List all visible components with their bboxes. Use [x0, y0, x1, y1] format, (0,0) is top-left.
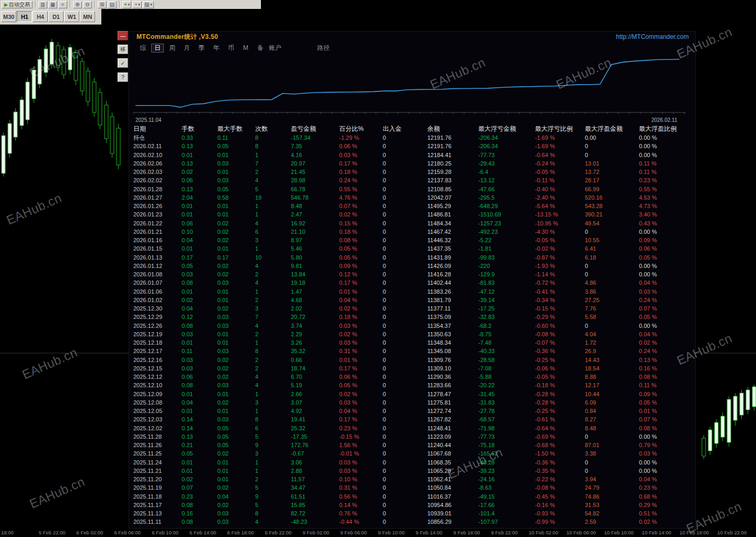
table-row[interactable]: 2025.12.150.030.02218.740.17 %011309.10-… [129, 364, 695, 373]
table-row[interactable]: 2025.12.170.110.03835.320.31 %011345.08-… [129, 347, 695, 355]
table-row[interactable]: 2026.01.020.020.0124.680.04 %011381.79-3… [129, 296, 695, 304]
table-row[interactable]: 2026.01.150.010.0115.460.05 %011437.35-1… [129, 244, 695, 253]
table-row[interactable]: 2026.01.060.010.0111.470.01 %011383.26-4… [129, 287, 695, 296]
tab-综[interactable]: 综 [136, 44, 149, 53]
table-row[interactable]: 2026.01.280.130.05566.780.55 %012108.85-… [129, 185, 695, 193]
tf-button-mn[interactable]: MN [80, 11, 95, 22]
help-button[interactable]: ? [118, 73, 128, 82]
tab-备[interactable]: 备 [254, 44, 267, 53]
tf-button-h4[interactable]: H4 [33, 11, 48, 22]
tf-button-h1[interactable]: H1 [17, 11, 32, 22]
table-row[interactable]: 2026.01.220.060.02416.920.15 %011484.34-… [129, 219, 695, 228]
grid-icon[interactable]: ▤ [108, 1, 117, 8]
table-row[interactable]: 2025.12.160.030.0220.660.01 %011309.76-2… [129, 356, 695, 364]
tab-年[interactable]: 年 [210, 44, 223, 53]
template-icon[interactable]: ▨▾ [143, 1, 154, 8]
table-cell: 0.08 % [639, 374, 696, 380]
table-row[interactable]: 2026.01.260.010.0118.480.07 %011495.29-6… [129, 202, 695, 210]
table-cell: 2.02 [291, 305, 339, 312]
table-row[interactable]: 2025.12.190.030.0122.290.02 %011350.63-8… [129, 330, 695, 338]
tab-M[interactable]: M [239, 44, 252, 53]
table-cell: 11437.35 [427, 245, 478, 252]
table-cell: 4.04 [585, 331, 639, 337]
table-row[interactable]: 2025.12.260.080.0343.740.03 %011354.37-6… [129, 322, 695, 330]
table-cell: -1.69 % [535, 143, 585, 149]
table-row[interactable]: 2025.11.190.070.02534.470.31 %011050.84-… [129, 483, 695, 492]
table-row[interactable]: 2025.12.100.080.0345.190.05 %011283.66-2… [129, 381, 695, 389]
table-row[interactable]: 2025.12.120.060.0246.700.06 %011290.36-5… [129, 373, 695, 381]
table-cell: 0.17 % [339, 416, 383, 422]
tab-日[interactable]: 日 [151, 44, 164, 53]
minimize-button[interactable]: — [118, 31, 128, 40]
table-cell: 6.70 [291, 374, 339, 380]
periods-icon[interactable]: ◔▾ [132, 1, 142, 8]
tab-季[interactable]: 季 [195, 44, 208, 53]
table-row[interactable]: 2025.12.030.140.03819.410.17 %011267.82-… [129, 415, 695, 424]
table-row[interactable]: 2026.01.130.170.17105.800.05 %011431.89-… [129, 253, 695, 262]
new-order-icon[interactable]: +▾ [122, 1, 131, 8]
tab-账户[interactable]: 账户 [269, 44, 281, 53]
table-row[interactable]: 2026.01.230.010.0112.470.02 %011486.81-1… [129, 210, 695, 219]
table-row[interactable]: 2025.11.260.210.059172.761.56 %011240.44… [129, 441, 695, 449]
table-row[interactable]: 2025.12.080.040.0233.070.03 %011275.81-3… [129, 398, 695, 407]
table-row[interactable]: 2025.11.110.080.034-48.23-0.44 %010856.2… [129, 518, 695, 526]
table-cell: 0.17 [182, 254, 217, 261]
table-row[interactable]: 2025.11.240.010.0113.060.03 %011068.35-4… [129, 458, 695, 467]
table-cell: -0.36 % [535, 348, 585, 354]
table-cell: 0 [383, 391, 427, 397]
table-row[interactable]: 2026.01.080.030.02213.840.12 %011416.28-… [129, 270, 695, 278]
table-row[interactable]: 2025.11.200.020.01211.570.10 %011062.41-… [129, 475, 695, 483]
tab-币[interactable]: 币 [225, 44, 237, 53]
time-axis-label: 10 Feb 18:00 [679, 530, 709, 535]
zoom-in-icon[interactable]: ⊕ [73, 1, 82, 8]
table-row[interactable]: 2025.12.090.010.0112.660.02 %011278.47-3… [129, 390, 695, 398]
move-button[interactable]: 移 [118, 45, 128, 54]
table-row[interactable]: 2025.11.280.130.055-17.35-0.15 %011223.0… [129, 432, 695, 441]
table-cell: 0.02 [217, 374, 255, 380]
grid-icon: ▤ [110, 2, 114, 7]
table-row[interactable]: 2025.11.130.160.03882.720.76 %010939.01-… [129, 509, 695, 518]
table-cell: 2.66 [291, 391, 339, 397]
table-row[interactable]: 2025.12.020.140.05625.320.23 %011248.41-… [129, 424, 695, 432]
table-row[interactable]: 2025.11.170.080.02515.850.14 %010954.86-… [129, 501, 695, 509]
table-row[interactable]: 2026.02.020.060.03428.980.24 %012137.83-… [129, 176, 695, 184]
tile-windows-icon[interactable]: ⊞ [98, 1, 107, 8]
table-row[interactable]: 2026.02.030.020.01221.450.18 %012159.28-… [129, 168, 695, 176]
table-row[interactable]: 2025.12.180.010.0113.260.03 %011348.34-7… [129, 338, 695, 347]
table-cell: -0.24 % [535, 160, 585, 167]
tf-button-w1[interactable]: W1 [64, 11, 79, 22]
zoom-out-icon[interactable]: ⊖ [83, 1, 92, 8]
table-row[interactable]: 2025.11.210.010.0112.880.03 %011065.29-3… [129, 467, 695, 475]
table-cell: 0.55 % [339, 186, 383, 192]
table-cell: -0.67 [291, 450, 339, 457]
table-row[interactable]: 2026.01.070.080.03419.180.17 %011402.44-… [129, 278, 695, 287]
panel-link[interactable]: http://MTCommander.com [616, 33, 689, 40]
table-row[interactable]: 2026.01.120.050.0249.810.09 %011426.09-2… [129, 262, 695, 270]
candlestick-icon[interactable]: ▦ [48, 1, 57, 8]
table-row[interactable]: 2026.01.272.040.5819546.784.76 %012042.0… [129, 193, 695, 202]
tf-button-d1[interactable]: D1 [48, 11, 64, 22]
table-row[interactable]: 2025.12.050.010.0114.920.04 %011272.74-2… [129, 407, 695, 415]
tab-月[interactable]: 月 [181, 44, 193, 53]
table-row[interactable]: 持仓0.330.118-157.34-1.29 %012191.76-206.3… [129, 133, 695, 142]
check-button[interactable]: ✓ [118, 58, 128, 68]
tf-button-m30[interactable]: M30 [1, 11, 16, 22]
table-row[interactable]: 2025.12.290.120.03720.720.18 %011375.09-… [129, 313, 695, 321]
table-row[interactable]: 2026.02.110.130.0587.350.06 %012191.76-2… [129, 142, 695, 150]
table-cell: 0.01 [182, 391, 217, 397]
table-cell: 11495.29 [427, 203, 478, 209]
table-row[interactable]: 2026.02.100.010.0114.160.03 %012184.41-7… [129, 151, 695, 159]
autotrading-button[interactable]: ▶ 自动交易 [2, 1, 33, 8]
tab-path[interactable]: 路径 [314, 44, 333, 53]
table-row[interactable]: 2026.01.210.100.02621.100.18 %011467.42-… [129, 228, 695, 236]
table-row[interactable]: 2025.12.300.040.0232.020.02 %011377.11-1… [129, 304, 695, 313]
line-chart-icon[interactable]: ≈ [58, 1, 67, 8]
panel-titlebar[interactable]: MTCommander统计 ,V3.50 http://MTCommander.… [129, 32, 695, 42]
table-row[interactable]: 2025.11.180.230.04961.510.56 %011016.37-… [129, 492, 695, 501]
bar-chart-icon[interactable]: ▥ [38, 1, 47, 8]
table-row[interactable]: 2026.02.060.130.03720.970.17 %012180.25-… [129, 159, 695, 168]
table-row[interactable]: 2025.11.250.050.023-0.67-0.01 %011067.68… [129, 449, 695, 458]
table-row[interactable]: 2026.01.160.040.0238.970.08 %011446.32-5… [129, 236, 695, 244]
table-cell: 0.04 % [639, 331, 696, 337]
tab-周[interactable]: 周 [166, 44, 178, 53]
